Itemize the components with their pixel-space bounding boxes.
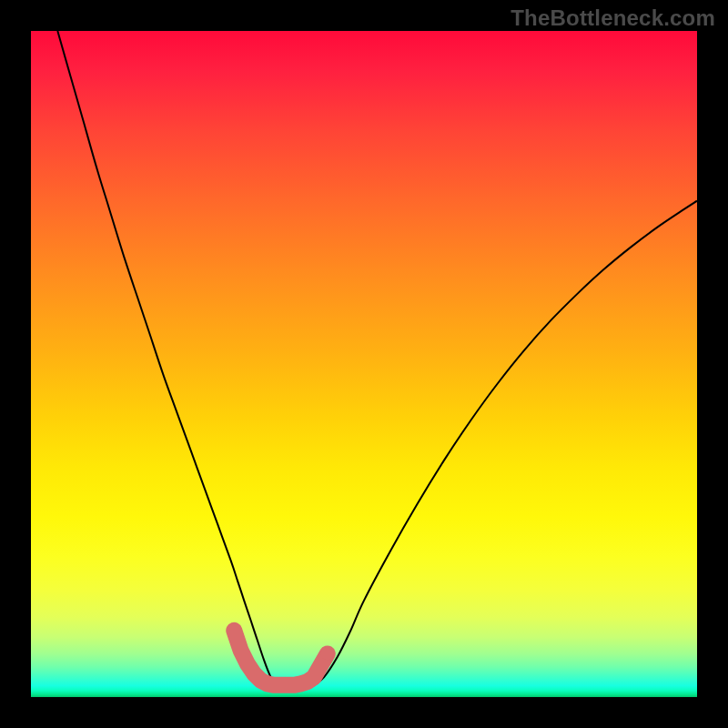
watermark-text: TheBottleneck.com [511, 5, 715, 31]
chart-frame: TheBottleneck.com [0, 0, 728, 728]
plot-area [31, 31, 697, 697]
heat-gradient-background [31, 31, 697, 697]
